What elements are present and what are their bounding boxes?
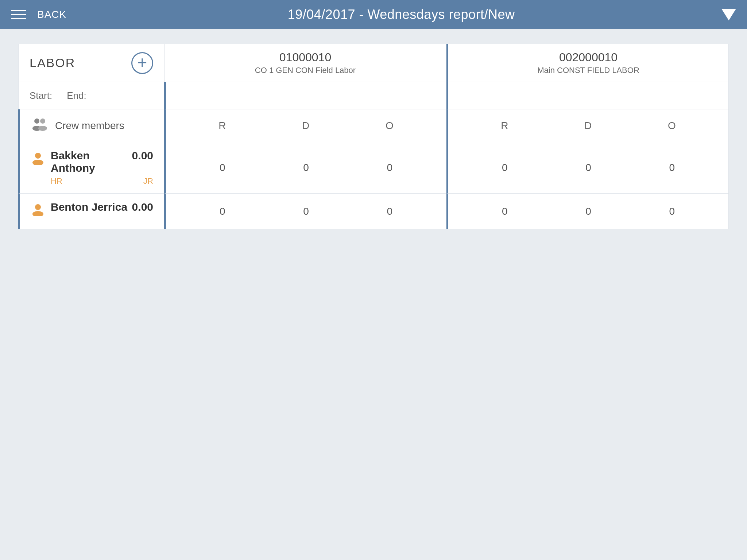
labor-label: LABOR — [30, 56, 75, 70]
person-1-cell[interactable]: Benton Jerrica 0.00 — [18, 194, 164, 229]
col1-start-end[interactable] — [164, 82, 446, 109]
col1-o-label: O — [386, 120, 394, 132]
svg-point-4 — [35, 153, 41, 159]
header: BACK 19/04/2017 - Wednesdays report/New — [0, 0, 747, 29]
person-1-name: Benton Jerrica — [51, 201, 132, 213]
svg-point-7 — [32, 211, 43, 216]
svg-point-5 — [32, 160, 43, 165]
person-0-col2-o: 0 — [669, 162, 675, 174]
col2-o-label: O — [668, 120, 676, 132]
col2-number: 002000010 — [456, 51, 721, 64]
person-0-tag-right: JR — [143, 176, 153, 186]
page-title: 19/04/2017 - Wednesdays report/New — [81, 7, 721, 22]
person-1-icon — [31, 202, 45, 219]
person-0-col1-d: 0 — [303, 162, 309, 174]
start-label: Start: — [30, 90, 52, 101]
person-1-col1-d: 0 — [303, 206, 309, 217]
person-1-col2-o: 0 — [669, 206, 675, 217]
crew-icon — [31, 117, 48, 135]
col1-d-label: D — [302, 120, 309, 132]
crew-rdo-row: Crew members R D O R D O — [18, 109, 729, 142]
col2-rdo-header: R D O — [446, 109, 729, 142]
crew-members-label: Crew members — [55, 120, 124, 132]
col2-header: 002000010 Main CONST FIELD LABOR — [446, 44, 729, 82]
person-1-amount: 0.00 — [132, 201, 153, 213]
person-row-0: Bakken Anthony 0.00 HR JR 0 0 0 0 0 0 — [18, 142, 729, 194]
col2-name: Main CONST FIELD LABOR — [456, 66, 721, 75]
col2-start-end[interactable] — [446, 82, 729, 109]
col2-d-label: D — [584, 120, 592, 132]
person-0-meta: HR JR — [31, 176, 153, 186]
person-0-col1-r: 0 — [220, 162, 225, 174]
person-0-cell[interactable]: Bakken Anthony 0.00 HR JR — [18, 142, 164, 194]
end-label: End: — [67, 90, 86, 101]
dropdown-button[interactable] — [721, 9, 736, 20]
col1-name: CO 1 GEN CON Field Labor — [172, 66, 439, 75]
svg-point-2 — [40, 118, 45, 124]
person-0-col2-r: 0 — [502, 162, 508, 174]
person-0-icon — [31, 151, 45, 168]
person-1-col1-o: 0 — [387, 206, 393, 217]
person-0-col1-values[interactable]: 0 0 0 — [164, 142, 446, 194]
crew-members-cell[interactable]: Crew members — [18, 109, 164, 142]
svg-point-6 — [35, 204, 41, 210]
header-row: LABOR + 01000010 CO 1 GEN CON Field Labo… — [18, 44, 729, 82]
main-content: LABOR + 01000010 CO 1 GEN CON Field Labo… — [0, 29, 747, 244]
col1-number: 01000010 — [172, 51, 439, 64]
menu-button[interactable] — [11, 10, 26, 19]
start-end-row: Start: End: — [18, 82, 729, 109]
add-labor-button[interactable]: + — [131, 52, 153, 74]
labor-label-cell: LABOR + — [18, 44, 164, 82]
person-1-col2-d: 0 — [585, 206, 591, 217]
back-button[interactable]: BACK — [37, 9, 66, 20]
person-0-amount: 0.00 — [132, 149, 153, 162]
svg-point-0 — [34, 118, 39, 124]
col1-r-label: R — [218, 120, 226, 132]
col1-header: 01000010 CO 1 GEN CON Field Labor — [164, 44, 446, 82]
person-1-col1-values[interactable]: 0 0 0 — [164, 194, 446, 229]
person-row-1: Benton Jerrica 0.00 0 0 0 0 0 0 — [18, 194, 729, 229]
svg-point-3 — [38, 126, 47, 131]
person-1-col1-r: 0 — [220, 206, 225, 217]
person-1-col2-r: 0 — [502, 206, 508, 217]
person-0-name: Bakken Anthony — [51, 149, 132, 174]
person-1-col2-values[interactable]: 0 0 0 — [446, 194, 729, 229]
person-0-col1-o: 0 — [387, 162, 393, 174]
person-0-col2-d: 0 — [585, 162, 591, 174]
col1-rdo-header: R D O — [164, 109, 446, 142]
person-0-col2-values[interactable]: 0 0 0 — [446, 142, 729, 194]
start-end-cell: Start: End: — [18, 82, 164, 109]
col2-r-label: R — [501, 120, 508, 132]
plus-icon: + — [138, 54, 147, 71]
person-0-tag-left: HR — [51, 176, 62, 186]
